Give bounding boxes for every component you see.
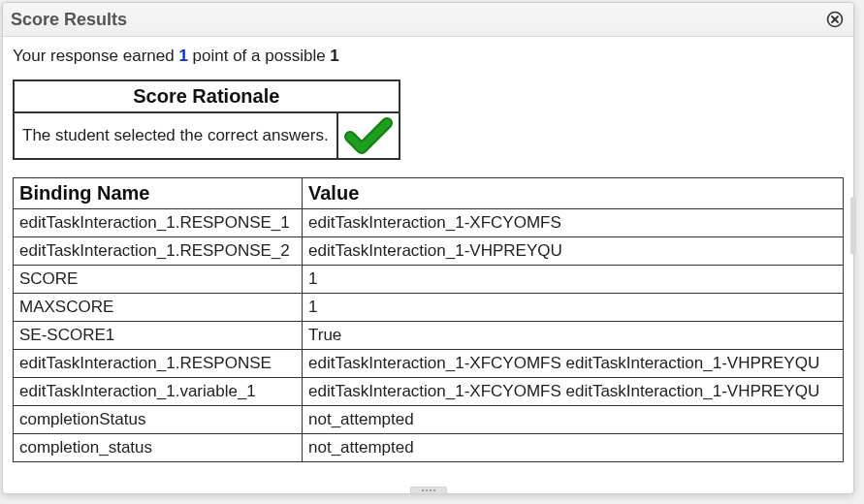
panel-header: Score Results xyxy=(3,3,853,37)
binding-name-cell: editTaskInteraction_1.variable_1 xyxy=(14,378,303,406)
bindings-header-row: Binding Name Value xyxy=(14,178,844,209)
binding-value-cell: not_attempted xyxy=(303,434,844,462)
binding-name-cell: editTaskInteraction_1.RESPONSE_1 xyxy=(14,209,303,237)
score-possible: 1 xyxy=(330,47,338,65)
panel-title: Score Results xyxy=(11,10,127,30)
table-row: editTaskInteraction_1.RESPONSEeditTaskIn… xyxy=(14,350,844,378)
rationale-header: Score Rationale xyxy=(14,80,400,112)
summary-prefix: Your response earned xyxy=(13,47,178,65)
resize-handle[interactable] xyxy=(410,487,447,494)
table-row: MAXSCORE1 xyxy=(14,294,844,322)
binding-value-cell: True xyxy=(303,322,844,350)
binding-name-cell: MAXSCORE xyxy=(14,294,303,322)
score-summary: Your response earned 1 point of a possib… xyxy=(13,47,844,66)
check-icon xyxy=(344,115,393,156)
table-row: SE-SCORE1True xyxy=(14,322,844,350)
binding-value-cell: editTaskInteraction_1-XFCYOMFS editTaskI… xyxy=(303,378,844,406)
binding-name-cell: completionStatus xyxy=(14,406,303,434)
binding-value-cell: editTaskInteraction_1-XFCYOMFS xyxy=(303,209,844,237)
col-header-value: Value xyxy=(303,178,844,209)
rationale-table: Score Rationale The student selected the… xyxy=(13,79,400,160)
binding-value-cell: editTaskInteraction_1-VHPREYQU xyxy=(303,237,844,266)
binding-value-cell: 1 xyxy=(303,294,844,322)
panel-body: Your response earned 1 point of a possib… xyxy=(3,37,853,493)
binding-name-cell: editTaskInteraction_1.RESPONSE_2 xyxy=(14,237,303,266)
rationale-text: The student selected the correct answers… xyxy=(14,112,337,159)
binding-value-cell: not_attempted xyxy=(303,406,844,434)
binding-value-cell: 1 xyxy=(303,266,844,294)
table-row: completionStatusnot_attempted xyxy=(14,406,844,434)
binding-name-cell: SCORE xyxy=(14,266,303,294)
table-row: editTaskInteraction_1.variable_1editTask… xyxy=(14,378,844,406)
col-header-name: Binding Name xyxy=(14,178,303,209)
close-button[interactable] xyxy=(824,9,846,30)
binding-value-cell: editTaskInteraction_1-XFCYOMFS editTaskI… xyxy=(303,350,844,378)
table-row: editTaskInteraction_1.RESPONSE_1editTask… xyxy=(14,209,844,237)
close-icon xyxy=(826,11,844,28)
rationale-icon-cell xyxy=(337,112,400,159)
summary-middle: point of a possible xyxy=(188,47,330,65)
binding-name-cell: SE-SCORE1 xyxy=(14,322,303,350)
right-scroll-hint[interactable] xyxy=(850,197,856,255)
score-results-panel: Score Results Your response earned 1 poi… xyxy=(2,2,854,494)
table-row: SCORE1 xyxy=(14,266,844,294)
table-row: editTaskInteraction_1.RESPONSE_2editTask… xyxy=(14,237,844,266)
binding-name-cell: editTaskInteraction_1.RESPONSE xyxy=(14,350,303,378)
table-row: completion_statusnot_attempted xyxy=(14,434,844,462)
bindings-table: Binding Name Value editTaskInteraction_1… xyxy=(13,177,844,462)
score-earned: 1 xyxy=(178,47,187,65)
binding-name-cell: completion_status xyxy=(14,434,303,462)
